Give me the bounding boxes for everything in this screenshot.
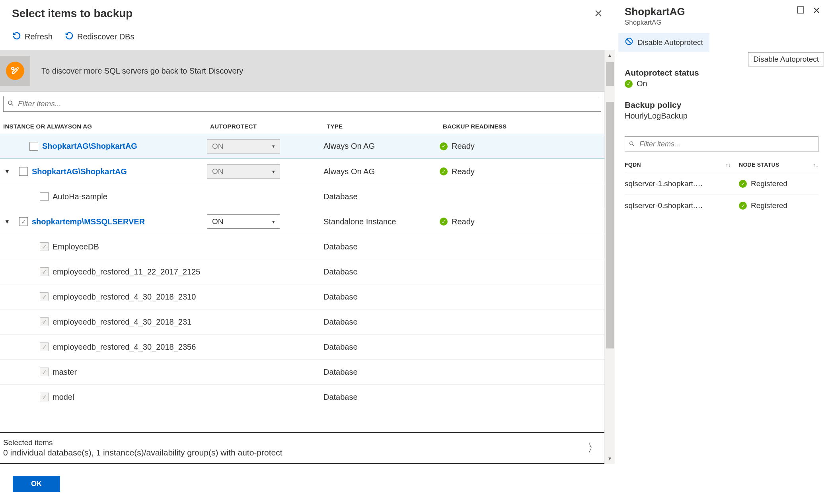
row-readiness: Ready — [440, 167, 604, 176]
row-label: employeedb_restored_4_30_2018_2356 — [53, 342, 196, 352]
row-type: Database — [323, 267, 440, 276]
row-type: Database — [323, 192, 440, 201]
list-item[interactable]: sqlserver-1.shopkart.…Registered — [625, 173, 818, 195]
footer-label: Selected items — [3, 438, 282, 447]
col-node-status[interactable]: NODE STATUS ↑↓ — [739, 162, 818, 168]
col-type[interactable]: TYPE — [327, 123, 443, 130]
table-row[interactable]: ▼employeedb_restored_4_30_2018_2310Datab… — [0, 284, 604, 309]
table-row[interactable]: ▼ShopkartAG\ShopkartAGON▾Always On AGRea… — [0, 134, 604, 159]
table-row[interactable]: ▼employeedb_restored_11_22_2017_2125Data… — [0, 259, 604, 284]
chevron-down-icon[interactable]: ▼ — [3, 168, 11, 175]
row-label: model — [53, 393, 74, 402]
row-type: Database — [323, 317, 440, 327]
rediscover-label: Rediscover DBs — [77, 32, 134, 41]
node-status: Registered — [739, 201, 818, 210]
autoprotect-status-label: Autoprotect status — [625, 68, 818, 78]
refresh-icon — [64, 31, 74, 43]
row-checkbox[interactable] — [19, 217, 28, 226]
table-row[interactable]: ▼employeedb_restored_4_30_2018_2356Datab… — [0, 334, 604, 359]
row-label[interactable]: ShopkartAG\ShopkartAG — [32, 167, 127, 176]
scroll-up-icon[interactable]: ▲ — [605, 50, 615, 60]
row-label: employeedb_restored_11_22_2017_2125 — [53, 267, 200, 276]
rediscover-button[interactable]: Rediscover DBs — [64, 31, 134, 43]
ok-button[interactable]: OK — [13, 476, 60, 492]
table-row[interactable]: ▼modelDatabase — [0, 384, 604, 409]
backup-policy-label: Backup policy — [625, 100, 818, 110]
row-checkbox — [40, 342, 49, 351]
close-icon[interactable]: ✕ — [594, 8, 603, 20]
table-row[interactable]: ▼AutoHa-sampleDatabase — [0, 184, 604, 209]
autoprotect-status-value: On — [637, 79, 647, 88]
close-icon[interactable]: ✕ — [813, 6, 820, 16]
column-headers: INSTANCE OR ALWAYSON AG AUTOPROTECT TYPE… — [0, 114, 604, 134]
check-icon — [440, 142, 448, 150]
vertical-scrollbar[interactable]: ▲ ▼ — [604, 50, 615, 464]
details-subtitle: ShopkartAG — [625, 19, 685, 27]
disable-autoprotect-button[interactable]: Disable Autoprotect — [618, 33, 709, 52]
footer-summary: 0 individual database(s), 1 instance(s)/… — [3, 448, 282, 457]
check-icon — [739, 202, 747, 210]
row-type: Standalone Instance — [323, 217, 440, 226]
info-text: To discover more SQL servers go back to … — [41, 66, 243, 76]
table-row[interactable]: ▼ShopkartAG\ShopkartAGON▾Always On AGRea… — [0, 159, 604, 184]
refresh-icon — [12, 31, 21, 43]
check-icon — [739, 180, 747, 188]
toolbar: Refresh Rediscover DBs — [0, 27, 615, 50]
row-type: Always On AG — [323, 167, 440, 176]
chevron-down-icon: ▾ — [272, 219, 275, 225]
details-panel: ShopkartAG ShopkartAG ✕ Disable Autoprot… — [615, 0, 828, 504]
table-row[interactable]: ▼shopkartemp\MSSQLSERVERON▾Standalone In… — [0, 209, 604, 234]
col-instance[interactable]: INSTANCE OR ALWAYSON AG — [3, 123, 210, 130]
col-readiness[interactable]: BACKUP READINESS — [443, 123, 601, 130]
details-body: Disable Autoprotect Autoprotect status O… — [615, 56, 828, 228]
selected-items-footer[interactable]: Selected items 0 individual database(s),… — [0, 432, 604, 464]
row-label: employeedb_restored_4_30_2018_231 — [53, 317, 191, 327]
scroll-down-icon[interactable]: ▼ — [605, 453, 615, 464]
row-type: Database — [323, 393, 440, 402]
row-checkbox — [40, 393, 49, 401]
filter-wrapper — [3, 96, 601, 112]
chevron-right-icon[interactable]: 〉 — [588, 441, 598, 455]
list-item[interactable]: sqlserver-0.shopkart.…Registered — [625, 195, 818, 216]
col-fqdn[interactable]: FQDN ↑↓ — [625, 162, 739, 168]
row-label[interactable]: shopkartemp\MSSQLSERVER — [32, 217, 145, 226]
details-filter-input[interactable] — [625, 136, 818, 152]
check-icon — [440, 167, 448, 175]
row-readiness: Ready — [440, 142, 604, 151]
deny-icon — [625, 37, 633, 48]
table-row[interactable]: ▼masterDatabase — [0, 359, 604, 384]
tools-icon — [0, 56, 30, 86]
search-icon — [629, 140, 635, 148]
content-area: To discover more SQL servers go back to … — [0, 50, 615, 464]
row-checkbox — [40, 368, 49, 376]
sort-icon: ↑↓ — [813, 162, 818, 168]
node-status: Registered — [739, 179, 818, 188]
col-autoprotect[interactable]: AUTOPROTECT — [210, 123, 327, 130]
table-row[interactable]: ▼employeedb_restored_4_30_2018_231Databa… — [0, 309, 604, 334]
row-checkbox[interactable] — [29, 142, 38, 151]
search-icon — [7, 100, 14, 108]
chevron-down-icon: ▾ — [272, 169, 275, 175]
actions-bar: OK — [0, 464, 615, 504]
row-checkbox[interactable] — [19, 167, 28, 176]
maximize-icon[interactable] — [797, 6, 804, 16]
scroll-thumb-main[interactable] — [606, 102, 614, 348]
row-checkbox[interactable] — [40, 192, 49, 201]
fqdn-value: sqlserver-1.shopkart.… — [625, 179, 739, 188]
chevron-down-icon[interactable]: ▼ — [3, 218, 11, 225]
disable-autoprotect-tooltip: Disable Autoprotect — [748, 52, 824, 66]
autoprotect-select[interactable]: ON▾ — [207, 214, 280, 229]
details-header: ShopkartAG ShopkartAG ✕ — [615, 0, 828, 29]
scroll-thumb-upper[interactable] — [606, 62, 614, 86]
row-type: Database — [323, 342, 440, 352]
row-label[interactable]: ShopkartAG\ShopkartAG — [42, 142, 137, 151]
svg-rect-2 — [797, 7, 804, 13]
info-banner: To discover more SQL servers go back to … — [0, 50, 604, 92]
row-type: Always On AG — [323, 142, 440, 151]
row-readiness: Ready — [440, 217, 604, 226]
refresh-button[interactable]: Refresh — [12, 31, 53, 43]
table-row[interactable]: ▼EmployeeDBDatabase — [0, 234, 604, 259]
details-rows: sqlserver-1.shopkart.…Registeredsqlserve… — [625, 173, 818, 216]
svg-point-1 — [8, 101, 12, 105]
filter-input[interactable] — [3, 96, 601, 112]
